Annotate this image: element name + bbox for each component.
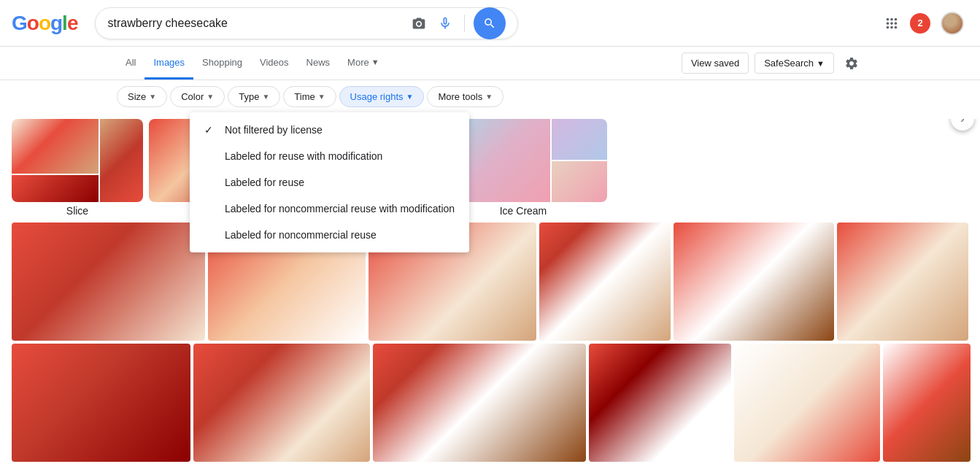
avatar [941, 12, 964, 35]
category-label-slice: Slice [66, 205, 88, 217]
profile-button[interactable] [936, 7, 968, 39]
safe-search-chevron-icon: ▼ [817, 59, 825, 68]
header-right: 2 [879, 7, 968, 39]
divider [464, 15, 465, 32]
image-grid-row-1 [0, 223, 980, 341]
nav-item-shopping[interactable]: Shopping [193, 47, 251, 80]
search-input[interactable] [107, 17, 403, 30]
nav-right: View saved SafeSearch ▼ [682, 52, 863, 75]
grid-item-r1-4[interactable] [539, 223, 671, 341]
filter-usage-rights-button[interactable]: Usage rights ▼ [339, 86, 425, 107]
grid-item-r2-3[interactable] [373, 344, 586, 462]
safe-search-button[interactable]: SafeSearch ▼ [755, 53, 834, 74]
grid-item-r2-2[interactable] [193, 344, 370, 462]
apps-button[interactable] [879, 11, 904, 36]
filters-bar: Size ▼ Color ▼ Type ▼ Time ▼ Usage right… [0, 80, 980, 113]
usage-rights-chevron-icon: ▼ [406, 93, 414, 101]
filter-more-tools-button[interactable]: More tools ▼ [427, 86, 503, 107]
grid-item-r1-1[interactable] [12, 223, 205, 341]
nav-item-news[interactable]: News [298, 47, 339, 80]
nav-item-images[interactable]: Images [144, 47, 193, 80]
header: Google [0, 0, 980, 47]
camera-search-button[interactable] [409, 13, 429, 34]
grid-item-r2-1[interactable] [12, 344, 190, 462]
scroll-right-arrow[interactable]: › [936, 119, 980, 170]
search-button[interactable] [474, 7, 506, 39]
category-label-ice-cream: Ice Cream [500, 205, 547, 217]
dropdown-item-reuse[interactable]: Labeled for reuse [190, 169, 469, 196]
usage-rights-dropdown: ✓ Not filtered by license Labeled for re… [190, 112, 469, 252]
checkmark-icon: ✓ [204, 124, 216, 136]
more-tools-chevron-icon: ▼ [485, 93, 493, 101]
nav-item-all[interactable]: All [117, 47, 144, 80]
dropdown-item-not-filtered[interactable]: ✓ Not filtered by license [190, 117, 469, 143]
grid-item-r1-6[interactable] [837, 223, 968, 341]
search-icon-group [409, 13, 455, 34]
grid-item-r2-4[interactable] [589, 344, 731, 462]
category-item-slice[interactable]: Slice [12, 119, 143, 217]
nav-item-videos[interactable]: Videos [251, 47, 298, 80]
arrow-circle-icon[interactable]: › [951, 119, 974, 131]
filter-color-button[interactable]: Color ▼ [170, 86, 225, 107]
settings-button[interactable] [840, 52, 863, 75]
nav-bar: All Images Shopping Videos News More ▼ V… [0, 47, 980, 80]
nav-item-more[interactable]: More ▼ [339, 47, 388, 80]
dropdown-item-reuse-mod[interactable]: Labeled for reuse with modification [190, 143, 469, 169]
grid-item-r2-5[interactable] [734, 344, 880, 462]
main-content: Slice Swirl Chocolate [0, 113, 980, 462]
voice-search-button[interactable] [435, 13, 455, 34]
view-saved-button[interactable]: View saved [682, 53, 749, 74]
dropdown-item-noncommercial-mod[interactable]: Labeled for noncommercial reuse with mod… [190, 196, 469, 222]
filter-size-button[interactable]: Size ▼ [117, 86, 167, 107]
grid-item-r1-5[interactable] [674, 223, 834, 341]
grid-item-r2-6[interactable] [883, 344, 971, 462]
filter-type-button[interactable]: Type ▼ [228, 86, 280, 107]
more-chevron-icon: ▼ [371, 58, 379, 66]
color-chevron-icon: ▼ [207, 93, 214, 101]
filter-time-button[interactable]: Time ▼ [283, 86, 336, 107]
notification-badge[interactable]: 2 [910, 13, 930, 34]
category-row: Slice Swirl Chocolate [0, 119, 980, 217]
search-bar [95, 7, 518, 39]
image-grid-row-2 [0, 344, 980, 462]
dropdown-item-noncommercial[interactable]: Labeled for noncommercial reuse [190, 222, 469, 248]
size-chevron-icon: ▼ [149, 93, 156, 101]
time-chevron-icon: ▼ [318, 93, 325, 101]
type-chevron-icon: ▼ [262, 93, 269, 101]
google-logo[interactable]: Google [12, 12, 77, 35]
